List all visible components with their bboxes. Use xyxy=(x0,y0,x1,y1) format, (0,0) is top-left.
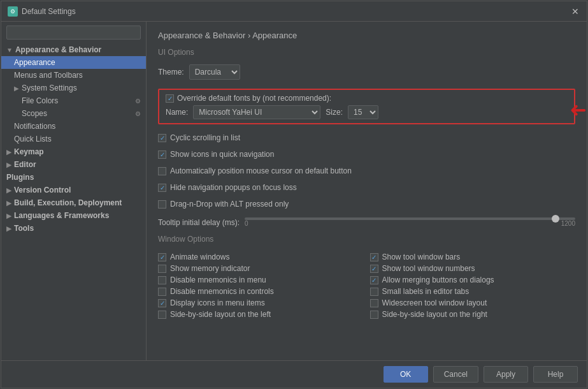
sidebar-item-appearance-behavior[interactable]: ▼ Appearance & Behavior xyxy=(1,43,146,56)
font-override-label[interactable]: Override default fonts by (not recommend… xyxy=(177,94,331,103)
widescreen-layout-checkbox[interactable] xyxy=(370,299,378,307)
display-icons-menu-row: Display icons in menu items xyxy=(158,297,364,309)
disable-mnemonics-menu-checkbox[interactable] xyxy=(158,276,166,284)
font-override-checkbox[interactable] xyxy=(166,94,174,103)
theme-label: Theme: xyxy=(158,68,184,77)
sidebar-item-build[interactable]: ▶ Build, Execution, Deployment xyxy=(1,196,146,209)
sidebar-item-plugins[interactable]: Plugins xyxy=(1,171,146,184)
side-by-side-right-label: Side-by-side layout on the right xyxy=(382,310,487,319)
font-name-label: Name: xyxy=(166,108,188,117)
animate-windows-row: Animate windows xyxy=(158,251,364,263)
font-name-select[interactable]: Microsoft YaHei UI xyxy=(193,105,320,119)
arrow-icon: ▶ xyxy=(6,149,11,156)
drag-drop-alt-label: Drag-n-Drop with ALT pressed only xyxy=(170,200,289,209)
sidebar-item-scopes[interactable]: Scopes ⚙ xyxy=(1,107,146,120)
main-content: Appearance & Behavior › Appearance UI Op… xyxy=(147,22,587,360)
side-by-side-right-checkbox[interactable] xyxy=(370,311,378,319)
small-labels-editor-checkbox[interactable] xyxy=(370,288,378,296)
disable-mnemonics-controls-checkbox[interactable] xyxy=(158,288,166,296)
arrow-icon: ▶ xyxy=(6,212,11,219)
red-arrow-icon: ➜ xyxy=(570,98,587,122)
sidebar-item-menus-toolbars[interactable]: Menus and Toolbars xyxy=(1,69,146,82)
cyclic-scroll-checkbox[interactable] xyxy=(158,134,166,142)
disable-mnemonics-menu-label: Disable mnemonics in menu xyxy=(170,275,266,284)
main-wrapper: Appearance & Behavior › Appearance UI Op… xyxy=(147,22,587,360)
font-override-header: Override default fonts by (not recommend… xyxy=(166,94,568,103)
close-button[interactable]: ✕ xyxy=(570,6,580,17)
sidebar-item-file-colors[interactable]: File Colors ⚙ xyxy=(1,94,146,107)
sidebar-item-quick-lists[interactable]: Quick Lists xyxy=(1,133,146,145)
animate-windows-label: Animate windows xyxy=(170,253,229,261)
cancel-button[interactable]: Cancel xyxy=(433,366,478,383)
show-memory-row: Show memory indicator xyxy=(158,263,364,274)
font-size-select[interactable]: 15 xyxy=(348,105,378,119)
side-by-side-left-row: Side-by-side layout on the left xyxy=(158,309,364,320)
sidebar-label: Appearance & Behavior xyxy=(15,45,101,54)
sidebar-item-appearance[interactable]: Appearance xyxy=(1,56,146,69)
show-tool-window-numbers-label: Show tool window numbers xyxy=(382,264,475,273)
title-bar-left: ⚙ Default Settings xyxy=(8,6,76,17)
font-name-row: Name: Microsoft YaHei UI Size: 15 xyxy=(166,105,568,119)
font-override-box: Override default fonts by (not recommend… xyxy=(158,89,575,124)
ok-button[interactable]: OK xyxy=(384,366,428,383)
drag-drop-alt-checkbox[interactable] xyxy=(158,200,166,209)
sidebar-item-notifications[interactable]: Notifications xyxy=(1,120,146,133)
title-bar: ⚙ Default Settings ✕ xyxy=(1,1,587,22)
disable-mnemonics-controls-label: Disable mnemonics in controls xyxy=(170,287,274,296)
small-labels-editor-row: Small labels in editor tabs xyxy=(370,286,576,297)
search-input[interactable] xyxy=(6,26,141,40)
show-tool-window-numbers-row: Show tool window numbers xyxy=(370,263,576,274)
allow-merging-buttons-label: Allow merging buttons on dialogs xyxy=(382,275,494,284)
sidebar-label: Menus and Toolbars xyxy=(14,71,83,80)
auto-position-mouse-checkbox[interactable] xyxy=(158,167,166,175)
sidebar-label: System Settings xyxy=(22,84,77,92)
display-icons-menu-checkbox[interactable] xyxy=(158,299,166,307)
display-icons-menu-label: Display icons in menu items xyxy=(170,298,265,307)
app-icon: ⚙ xyxy=(8,6,18,17)
animate-windows-checkbox[interactable] xyxy=(158,253,166,261)
cyclic-scroll-row: Cyclic scrolling in list xyxy=(158,132,575,143)
sidebar-item-editor[interactable]: ▶ Editor xyxy=(1,158,146,171)
sidebar-item-languages[interactable]: ▶ Languages & Frameworks xyxy=(1,209,146,222)
show-icons-quick-label: Show icons in quick navigation xyxy=(170,150,274,159)
auto-position-mouse-label: Automatically position mouse cursor on d… xyxy=(170,166,352,175)
sidebar-label: Editor xyxy=(14,160,36,169)
disable-mnemonics-controls-row: Disable mnemonics in controls xyxy=(158,286,364,297)
show-tool-window-numbers-checkbox[interactable] xyxy=(370,265,378,273)
show-icons-quick-checkbox[interactable] xyxy=(158,150,166,159)
theme-row: Theme: Darcula xyxy=(158,64,575,80)
size-label: Size: xyxy=(326,108,343,117)
sidebar-label: Build, Execution, Deployment xyxy=(14,198,122,207)
apply-button[interactable]: Apply xyxy=(484,366,528,383)
help-button[interactable]: Help xyxy=(533,366,578,383)
show-tool-window-bars-label: Show tool window bars xyxy=(382,253,461,261)
window-options-left: Animate windows Show memory indicator Di… xyxy=(158,251,364,320)
allow-merging-buttons-checkbox[interactable] xyxy=(370,276,378,284)
sidebar-label: File Colors xyxy=(22,96,58,105)
hide-nav-popups-row: Hide navigation popups on focus loss xyxy=(158,182,575,193)
cyclic-scroll-label: Cyclic scrolling in list xyxy=(170,133,240,142)
widescreen-layout-label: Widescreen tool window layout xyxy=(382,298,487,307)
show-icons-quick-row: Show icons in quick navigation xyxy=(158,149,575,160)
show-tool-window-bars-checkbox[interactable] xyxy=(370,253,378,261)
drag-drop-alt-row: Drag-n-Drop with ALT pressed only xyxy=(158,198,575,210)
auto-position-mouse-row: Automatically position mouse cursor on d… xyxy=(158,165,575,177)
window-options-right: Show tool window bars Show tool window n… xyxy=(370,251,576,320)
sidebar-label: Plugins xyxy=(6,173,34,182)
hide-nav-popups-label: Hide navigation popups on focus loss xyxy=(170,183,297,192)
sidebar-item-version-control[interactable]: ▶ Version Control xyxy=(1,184,146,196)
show-memory-checkbox[interactable] xyxy=(158,265,166,273)
sidebar-item-system-settings[interactable]: ▶ System Settings xyxy=(1,82,146,94)
dialog-title: Default Settings xyxy=(22,7,76,16)
sidebar-item-keymap[interactable]: ▶ Keymap xyxy=(1,145,146,158)
slider-max-label: 1200 xyxy=(561,220,575,227)
sidebar-label: Version Control xyxy=(14,186,71,194)
hide-nav-popups-checkbox[interactable] xyxy=(158,184,166,192)
widescreen-layout-row: Widescreen tool window layout xyxy=(370,297,576,309)
arrow-icon: ▶ xyxy=(6,225,11,232)
window-options-grid: Animate windows Show memory indicator Di… xyxy=(158,251,575,320)
sidebar-item-tools[interactable]: ▶ Tools xyxy=(1,222,146,235)
theme-select[interactable]: Darcula xyxy=(189,64,240,80)
side-by-side-left-checkbox[interactable] xyxy=(158,311,166,319)
tooltip-row: Tooltip initial delay (ms): 0 1200 xyxy=(158,217,575,227)
